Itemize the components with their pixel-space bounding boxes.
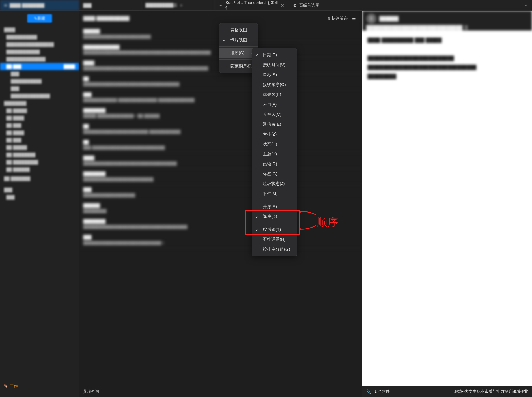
sidebar-subfolder[interactable]: ██████████████ — [0, 92, 79, 100]
close-icon[interactable]: ✕ — [180, 3, 183, 8]
tag-icon: 🔖 — [3, 384, 8, 388]
folder-count: ████ — [64, 64, 75, 69]
msg-sender: ████████ — [83, 171, 358, 176]
msg-subject: █████████████████████████ ████████████ — [83, 130, 358, 134]
menu-sort-status[interactable]: 状态(U) — [252, 139, 297, 149]
tab-1[interactable]: ███ — [79, 0, 141, 10]
menu-sort-correspondent[interactable]: 通信者(E) — [252, 119, 297, 129]
menu-sort-from[interactable]: 来自(F) — [252, 100, 297, 110]
menu-table-view[interactable]: 表格视图 — [219, 25, 258, 35]
menu-unthreaded[interactable]: 不按话题(H) — [252, 235, 297, 244]
search-text[interactable]: 艾瑞咨询 — [83, 389, 99, 394]
tab-2[interactable]: ██████████器 ✕ — [141, 0, 215, 10]
sidebar-folder[interactable]: ██ ███ — [0, 136, 79, 144]
tag-work[interactable]: 🔖 工作 — [3, 383, 18, 389]
tab-main[interactable]: ✉ ████ ████████ — [0, 0, 79, 10]
message-row[interactable]: ███████████████████████████ ████████████ — [79, 121, 362, 137]
preview-body: ████ ██████████ ███ █████ ██████████████… — [362, 31, 532, 386]
menu-label: 接收时间(V) — [263, 62, 285, 68]
menu-sort-priority[interactable]: 优先级(P) — [252, 90, 297, 100]
menu-label: 状态(U) — [263, 141, 277, 147]
sliders-icon: ☰ — [352, 16, 356, 21]
menu-sort-subject[interactable]: 主题(B) — [252, 149, 297, 159]
message-row[interactable]: █████ ████████████████████████████ — [79, 137, 362, 153]
check-icon: ✓ — [255, 53, 259, 57]
menu-threaded[interactable]: ✓ 按话题(T) — [252, 225, 297, 235]
tab-sortpref[interactable]: ✦ SortPref :: Thunderbird 附加组件 ✕ — [215, 0, 288, 10]
menu-sort-star[interactable]: 星标(S) — [252, 70, 297, 80]
menu-sort-tags[interactable]: 标签(G) — [252, 169, 297, 179]
menu-sort-recipient[interactable]: 收件人(C) — [252, 110, 297, 119]
menu-card-view[interactable]: ✓ 卡片视图 — [219, 35, 258, 45]
tab-bar: ✉ ████ ████████ ███ ██████████器 ✕ ✦ Sort… — [0, 0, 532, 11]
sidebar-folder[interactable]: ██ █████ — [0, 144, 79, 151]
menu-sort-date[interactable]: ✓ 日期(E) — [252, 50, 297, 60]
compose-button[interactable]: ✎ 新建 — [27, 14, 52, 23]
menu-label: 星标(S) — [263, 72, 277, 78]
sidebar-subfolder[interactable]: ███████████ — [0, 78, 79, 85]
sidebar-account[interactable]: ██████████████ — [0, 55, 79, 63]
mail-icon: ✉ — [4, 3, 7, 8]
sort-submenu: ✓ 日期(E) 接收时间(V) 星标(S) 接收顺序(O) 优先级(P) 来自(… — [252, 48, 297, 256]
sidebar-folder-selected[interactable]: ██ ███ ████ — [0, 63, 79, 70]
quick-filter-button[interactable]: ⇅ 快速筛选 — [325, 15, 350, 22]
sidebar-folder[interactable]: ██ ████████ — [0, 151, 79, 158]
menu-sort-size[interactable]: 大小(Z) — [252, 129, 297, 139]
message-list[interactable]: ████████████████████████████████████████… — [79, 26, 362, 386]
msg-subject: ███████████████████████████ — [83, 177, 358, 181]
sidebar-subfolder[interactable]: ███ — [0, 85, 79, 92]
sidebar-account[interactable]: ███████████ — [0, 33, 79, 41]
sidebar-tag[interactable]: ███ — [0, 194, 79, 201]
sidebar-account[interactable]: █████████████████ — [0, 41, 79, 48]
menu-label: 接收顺序(O) — [263, 82, 286, 87]
message-row[interactable]: █████████████████████████████████宝 — [79, 232, 362, 249]
menu-label: 来自(F) — [263, 102, 277, 107]
sender-name: ██████ — [379, 16, 399, 21]
sidebar-folder[interactable]: ██ ████ — [0, 114, 79, 122]
message-row[interactable]: ████████████████████████████████████████… — [79, 216, 362, 232]
menu-separator — [252, 200, 297, 200]
check-icon: ✓ — [255, 214, 259, 219]
tab-label: SortPref :: Thunderbird 附加组件 — [225, 0, 279, 10]
message-row[interactable]: ███████████████████████████████████ — [79, 169, 362, 184]
sidebar-folder[interactable]: ██ ██████ — [0, 166, 79, 173]
message-row[interactable]: ████████████████████████████████████████ — [79, 153, 362, 169]
menu-sort-ascending[interactable]: 升序(A) — [252, 202, 297, 212]
preview-footer: 1 个附件 职熵--大学生职业素质与能力提升课后作业 — [362, 386, 532, 397]
menu-sort-order[interactable]: 接收顺序(O) — [252, 80, 297, 90]
list-settings-button[interactable]: ☰ — [350, 15, 358, 22]
menu-sort-junk[interactable]: 垃圾状态(J) — [252, 179, 297, 189]
menu-label: 不按话题(H) — [263, 237, 286, 242]
sidebar-subfolder[interactable]: ███ — [0, 70, 79, 78]
tab-advanced-prefs[interactable]: ⚙ 高级首选项 ✕ — [288, 0, 532, 10]
sidebar-folder[interactable]: ██ █████████ — [0, 158, 79, 166]
message-row[interactable]: █████████████ ██████████████47██ ██████ — [79, 105, 362, 121]
sidebar-account[interactable]: ████████████ — [0, 48, 79, 55]
sidebar-folder[interactable]: ██ █████ — [0, 107, 79, 114]
message-row[interactable]: ████████████████ ███████████████ ███████… — [79, 89, 362, 105]
menu-separator — [252, 223, 297, 223]
sidebar-folder[interactable]: ██ ████ — [0, 129, 79, 136]
tab-label: ████ ████████ — [10, 3, 44, 8]
menu-label: 通信者(E) — [263, 122, 281, 127]
menu-label: 表格视图 — [230, 27, 247, 33]
menu-label: 降序(D) — [263, 214, 277, 219]
pencil-icon: ✎ — [34, 16, 37, 21]
menu-sort-attach[interactable]: 附件(M) — [252, 189, 297, 199]
sidebar-folder[interactable]: ██ ███ — [0, 122, 79, 129]
sidebar-header: ████████ — [0, 100, 79, 107]
menu-sort-descending[interactable]: ✓ 降序(D) — [252, 212, 297, 222]
compose-label: 新建 — [37, 16, 45, 21]
close-icon[interactable]: ✕ — [281, 3, 284, 8]
attachment-filename[interactable]: 职熵--大学生职业素质与能力提升课后作业 — [454, 389, 528, 394]
attachment-count[interactable]: 1 个附件 — [374, 389, 390, 394]
message-row[interactable]: ███████████████████████████████████████ — [79, 74, 362, 89]
menu-label: 日期(E) — [263, 52, 277, 58]
close-icon[interactable]: ✕ — [524, 3, 528, 8]
menu-sort-read[interactable]: 已读(R) — [252, 159, 297, 169]
msg-subject: █████ ██████████████47██ ██████ — [83, 114, 358, 118]
message-row[interactable]: ███████████████████████ — [79, 184, 362, 200]
menu-sort-received[interactable]: 接收时间(V) — [252, 60, 297, 70]
message-row[interactable]: ███████████████ — [79, 200, 362, 216]
menu-group-by-sort[interactable]: 按排序分组(G) — [252, 244, 297, 254]
